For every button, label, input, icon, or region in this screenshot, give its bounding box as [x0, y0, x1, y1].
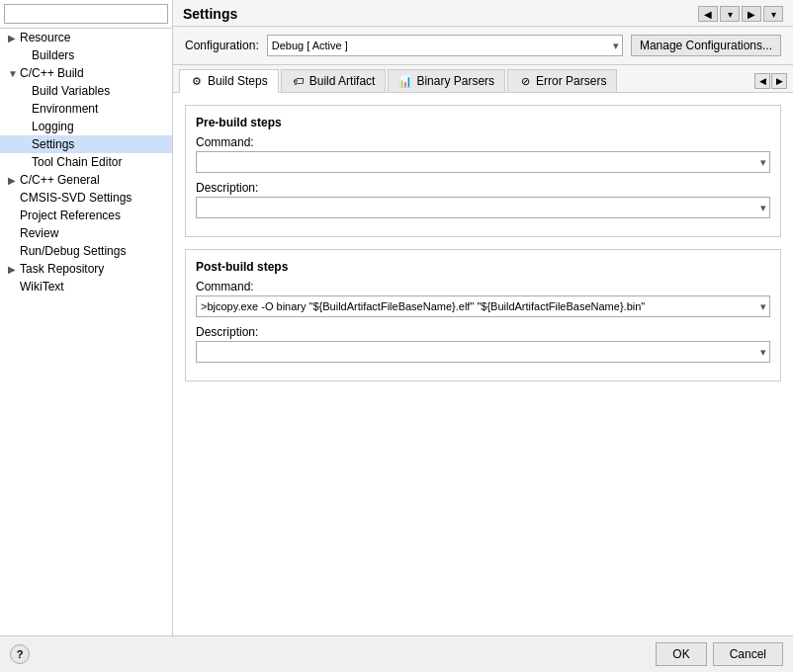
tabs-row: ⚙ Build Steps 🏷 Build Artifact 📊 Binary …: [173, 65, 793, 93]
post-build-command-wrapper: >bjcopy.exe -O binary "${BuildArtifactFi…: [196, 295, 770, 317]
sidebar-item-builders[interactable]: Builders: [0, 46, 172, 64]
sidebar-item-run-debug[interactable]: Run/Debug Settings: [0, 242, 172, 260]
sidebar-item-label: WikiText: [20, 280, 64, 294]
cancel-button[interactable]: Cancel: [713, 642, 783, 666]
build-steps-icon: ⚙: [190, 74, 204, 88]
error-parsers-icon: ⊘: [518, 74, 532, 88]
tab-build-steps[interactable]: ⚙ Build Steps: [179, 69, 279, 93]
tab-build-steps-label: Build Steps: [208, 74, 268, 88]
spacer: [20, 86, 30, 97]
tab-error-parsers[interactable]: ⊘ Error Parsers: [507, 69, 617, 92]
nav-forward-button[interactable]: ▶: [742, 6, 761, 22]
ok-button[interactable]: OK: [656, 642, 706, 666]
sidebar-item-label: Logging: [32, 120, 74, 133]
sidebar-item-label: Settings: [32, 137, 74, 151]
sidebar-item-label: Tool Chain Editor: [32, 155, 122, 169]
sidebar-item-cpp-build[interactable]: ▼ C/C++ Build: [0, 64, 172, 82]
pre-build-description-label: Description:: [196, 181, 770, 195]
bottom-bar: ? OK Cancel: [0, 635, 793, 672]
sidebar-search-input[interactable]: [4, 4, 168, 24]
sidebar-item-project-references[interactable]: Project References: [0, 207, 172, 224]
build-artifact-icon: 🏷: [292, 74, 306, 88]
post-build-command-row: >bjcopy.exe -O binary "${BuildArtifactFi…: [196, 295, 770, 317]
sidebar-item-task-repository[interactable]: ▶ Task Repository: [0, 260, 172, 278]
spacer: [8, 193, 18, 204]
tab-binary-parsers[interactable]: 📊 Binary Parsers: [388, 69, 505, 92]
sidebar-item-tool-chain-editor[interactable]: Tool Chain Editor: [0, 153, 172, 171]
sidebar-item-review[interactable]: Review: [0, 224, 172, 242]
bottom-left: ?: [10, 644, 30, 664]
pre-build-description-row: [196, 197, 770, 218]
nav-back-button[interactable]: ◀: [698, 6, 718, 22]
manage-configurations-button[interactable]: Manage Configurations...: [631, 35, 781, 56]
pre-build-command-label: Command:: [196, 135, 770, 149]
spacer: [8, 210, 18, 221]
binary-parsers-icon: 📊: [398, 74, 412, 88]
post-build-description-row: [196, 341, 770, 363]
nav-dropdown-button[interactable]: ▾: [720, 6, 740, 22]
sidebar-item-label: CMSIS-SVD Settings: [20, 191, 132, 205]
sidebar-item-settings[interactable]: Settings: [0, 135, 172, 153]
nav-arrows: ◀ ▾ ▶ ▾: [698, 6, 783, 22]
sidebar-item-label: Task Repository: [20, 262, 104, 276]
sidebar-item-cmsis-svd[interactable]: CMSIS-SVD Settings: [0, 189, 172, 207]
sidebar-item-build-variables[interactable]: Build Variables: [0, 82, 172, 100]
tab-build-artifact[interactable]: 🏷 Build Artifact: [281, 69, 387, 92]
sidebar-item-environment[interactable]: Environment: [0, 100, 172, 118]
configuration-row: Configuration: Debug [ Active ] Manage C…: [173, 27, 793, 65]
tab-error-parsers-label: Error Parsers: [536, 74, 606, 88]
bottom-right: OK Cancel: [656, 642, 783, 666]
sidebar-item-logging[interactable]: Logging: [0, 118, 172, 135]
spacer: [20, 122, 30, 132]
pre-build-command-wrapper: [196, 151, 770, 173]
post-build-description-input[interactable]: [196, 341, 770, 363]
tab-nav-buttons: ◀ ▶: [754, 73, 787, 89]
configuration-label: Configuration:: [185, 39, 259, 52]
sidebar-item-label: Environment: [32, 102, 98, 116]
spacer: [20, 139, 30, 150]
settings-panel: Pre-build steps Command: Description:: [173, 93, 793, 635]
post-build-description-wrapper: [196, 341, 770, 363]
spacer: [20, 50, 30, 61]
spacer: [8, 228, 18, 239]
spacer: [20, 157, 30, 168]
post-build-description-label: Description:: [196, 325, 770, 339]
tab-build-artifact-label: Build Artifact: [309, 74, 376, 88]
nav-forward-dropdown-button[interactable]: ▾: [763, 6, 783, 22]
page-title: Settings: [183, 6, 237, 22]
sidebar-item-label: Resource: [20, 31, 70, 44]
configuration-select[interactable]: Debug [ Active ]: [267, 35, 623, 56]
sidebar: ▶ Resource Builders ▼ C/C++ Build Build …: [0, 0, 173, 635]
configuration-dropdown-wrapper: Debug [ Active ]: [267, 35, 623, 56]
arrow-icon: ▶: [8, 33, 18, 43]
content-area: Settings ◀ ▾ ▶ ▾ Configuration: Debug [ …: [173, 0, 793, 635]
arrow-icon: ▶: [8, 175, 18, 186]
arrow-icon: ▼: [8, 68, 18, 79]
sidebar-item-label: Build Variables: [32, 84, 110, 98]
sidebar-item-label: C/C++ General: [20, 173, 100, 187]
post-build-title: Post-build steps: [196, 260, 770, 274]
tab-scroll-left-button[interactable]: ◀: [754, 73, 770, 89]
pre-build-command-input[interactable]: [196, 151, 770, 173]
sidebar-item-label: Run/Debug Settings: [20, 244, 126, 258]
sidebar-item-label: Review: [20, 226, 58, 240]
post-build-command-input[interactable]: >bjcopy.exe -O binary "${BuildArtifactFi…: [196, 295, 770, 317]
content-header: Settings ◀ ▾ ▶ ▾: [173, 0, 793, 27]
sidebar-item-wikitext[interactable]: WikiText: [0, 278, 172, 295]
pre-build-description-wrapper: [196, 197, 770, 218]
spacer: [8, 246, 18, 257]
sidebar-item-label: Project References: [20, 209, 121, 222]
pre-build-description-input[interactable]: [196, 197, 770, 218]
spacer: [8, 282, 18, 293]
post-build-command-label: Command:: [196, 280, 770, 294]
tab-binary-parsers-label: Binary Parsers: [416, 74, 494, 88]
tab-scroll-right-button[interactable]: ▶: [771, 73, 787, 89]
pre-build-section: Pre-build steps Command: Description:: [185, 105, 781, 237]
help-button[interactable]: ?: [10, 644, 30, 664]
arrow-icon: ▶: [8, 264, 18, 275]
sidebar-item-resource[interactable]: ▶ Resource: [0, 29, 172, 46]
pre-build-command-row: [196, 151, 770, 173]
sidebar-search-area: [0, 0, 172, 29]
spacer: [20, 104, 30, 115]
sidebar-item-cpp-general[interactable]: ▶ C/C++ General: [0, 171, 172, 189]
